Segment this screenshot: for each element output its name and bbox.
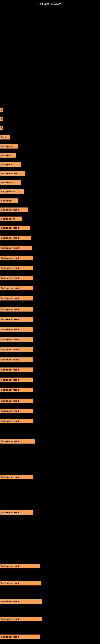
bottleneck-bar: Bottleneck result [0,510,33,514]
bottleneck-bar: Bottleneck result [0,358,33,362]
bottleneck-bar: Bottleneck result [0,226,30,230]
bottleneck-bar: Bottlene [0,153,16,158]
bottleneck-bar: Bottleneck result [0,337,33,342]
bottleneck-bar: Bottleneck result [0,208,28,212]
bottleneck-bar: Bottleneck result [0,409,33,413]
bottleneck-bar: B [0,126,3,130]
bottleneck-bar: B [0,117,3,121]
bottleneck-bar: Bottleneck re [0,216,22,221]
bottleneck-bar: Bottleneck result [0,327,33,332]
bottleneck-bar: Bottleneck result [0,276,33,280]
bottleneck-bar: Bottleneck result [0,368,33,372]
bottleneck-bar: Bottleneck result [0,617,42,621]
bottleneck-bar: Bottleneck res [0,190,24,194]
bottleneck-bar: Bottleneck result [0,307,33,312]
site-title-text: TheBottlenecker.com [37,2,63,5]
site-title-bar: TheBottlenecker.com [0,0,100,7]
bottleneck-bar: Bottleneck [0,198,18,203]
bottleneck-bar: Bottleneck result [0,317,33,322]
bottleneck-bar: Bottleneck result [0,256,33,260]
bottleneck-bar: Bottleneck result [0,634,40,639]
bottleneck-bar: Bottleneck result [0,246,32,250]
bottleneck-bar: Bottleneck result [0,286,33,290]
bottleneck-bar: Bottleneck r [0,180,21,185]
bottleneck-bar: Bottleneck result [0,439,35,444]
bottleneck-bar: Bottleneck result [0,347,33,352]
bottleneck-bar: B [0,108,3,112]
bottleneck-bar: Bottleneck result [0,236,31,240]
bottleneck-bar: Bottleneck result [0,399,33,403]
bottleneck-bar: Bottleneck r [0,162,21,167]
bottleneck-bar: Bottleneck result [0,419,33,423]
bottleneck-bar: Bottleneck result [0,581,41,586]
bottleneck-bar: Bottleneck result [0,388,33,392]
bottleneck-bar: Bottleneck resu [0,171,25,176]
bottleneck-bar: Bottleneck result [0,296,33,300]
bottleneck-bar: Bottleneck result [0,266,33,270]
bottleneck-bar: Bottleneck result [0,475,33,480]
bottleneck-bar: Bottleneck result [0,378,33,382]
bottleneck-bar: Bottleneck [0,144,18,148]
bottleneck-bar: Bottleneck result [0,564,40,568]
bottleneck-bar: Bottleneck result [0,599,42,604]
bottleneck-bar: Bottl [0,135,10,140]
